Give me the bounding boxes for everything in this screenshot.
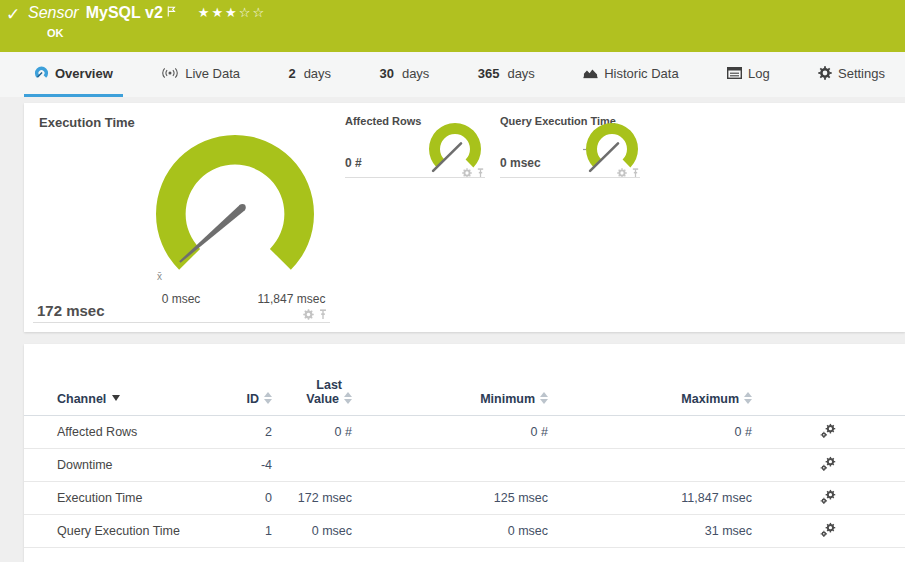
priority-stars[interactable]: ★★★☆☆: [198, 5, 266, 20]
column-header-minimum[interactable]: Minimum: [352, 344, 548, 416]
channel-maximum: 0 #: [548, 416, 752, 449]
primary-gauge-value: 172 msec: [37, 302, 105, 319]
table-row: Query Execution Time 1 0 msec 0 msec 31 …: [24, 515, 905, 548]
panel-divider: [33, 322, 330, 323]
column-label: Value: [306, 392, 339, 406]
pin-icon[interactable]: [476, 164, 485, 182]
gauge-settings-gear-icon[interactable]: [462, 164, 472, 182]
sensor-header: ✓ Sensor MySQL v2 ★★★☆☆ OK: [0, 0, 905, 52]
panel-divider: [345, 177, 485, 178]
affected-rows-gauge-value: 0 #: [345, 156, 362, 170]
channel-minimum: 0 #: [352, 416, 548, 449]
log-icon: [727, 67, 742, 79]
panel-divider: [500, 177, 640, 178]
tab-label: Settings: [838, 66, 885, 81]
column-label: ID: [247, 392, 260, 406]
channel-id: 1: [242, 515, 272, 548]
tab-settings[interactable]: Settings: [808, 52, 895, 97]
tab-historic-data[interactable]: Historic Data: [573, 52, 688, 97]
column-label: Maximum: [681, 392, 739, 406]
channel-id: -4: [242, 449, 272, 482]
column-label: Last: [316, 378, 342, 392]
channel-last-value: 0 msec: [272, 515, 352, 548]
column-header-id[interactable]: ID: [242, 344, 272, 416]
tab-number: 2: [288, 66, 295, 81]
tab-label: days: [507, 66, 534, 81]
channel-settings-button[interactable]: [752, 482, 905, 515]
channel-maximum: 31 msec: [548, 515, 752, 548]
tab-bar: Overview Live Data 2 days 30 days 365 da…: [0, 52, 905, 97]
pin-icon[interactable]: [631, 164, 640, 182]
channel-table: Channel ID Last Value Minimum Maximum: [24, 344, 905, 548]
column-header-last-value[interactable]: Last Value: [272, 344, 352, 416]
tab-2-days[interactable]: 2 days: [278, 52, 341, 97]
tab-label: Overview: [55, 66, 113, 81]
column-header-maximum[interactable]: Maximum: [548, 344, 752, 416]
column-header-actions: [752, 344, 905, 416]
tab-number: 30: [379, 66, 393, 81]
channel-id: 2: [242, 416, 272, 449]
tab-label: days: [402, 66, 429, 81]
query-execution-time-gauge-value: 0 msec: [500, 156, 541, 170]
channel-last-value: 0 #: [272, 416, 352, 449]
object-kind-label: Sensor: [28, 4, 79, 22]
channel-settings-button[interactable]: [752, 416, 905, 449]
tab-30-days[interactable]: 30 days: [369, 52, 439, 97]
status-check-icon: ✓: [6, 4, 20, 25]
channel-settings-button[interactable]: [752, 449, 905, 482]
gauge-max-label: 11,847 msec: [244, 292, 339, 306]
execution-time-gauge: [151, 133, 319, 291]
column-label: Channel: [57, 392, 106, 406]
tab-log[interactable]: Log: [717, 52, 780, 97]
tab-number: 365: [478, 66, 500, 81]
table-row: Execution Time 0 172 msec 125 msec 11,84…: [24, 482, 905, 515]
channel-minimum: [352, 449, 548, 482]
channel-minimum: 0 msec: [352, 515, 548, 548]
sort-icon: [540, 392, 548, 404]
gauge-icon: [34, 66, 49, 81]
tab-overview[interactable]: Overview: [24, 52, 123, 97]
channel-id: 0: [242, 482, 272, 515]
channel-maximum: 11,847 msec: [548, 482, 752, 515]
tab-live-data[interactable]: Live Data: [151, 52, 250, 97]
channel-name: Query Execution Time: [24, 515, 242, 548]
channel-settings-button[interactable]: [752, 515, 905, 548]
sort-icon: [264, 392, 272, 404]
channel-last-value: [272, 449, 352, 482]
channel-name: Execution Time: [24, 482, 242, 515]
column-header-channel[interactable]: Channel: [24, 344, 242, 416]
primary-gauge-title: Execution Time: [39, 115, 135, 130]
channel-minimum: 125 msec: [352, 482, 548, 515]
gauge-min-label: 0 msec: [146, 292, 216, 306]
channel-name: Downtime: [24, 449, 242, 482]
gauges-panel: Execution Time x̄ 0 msec 11,847 msec 172…: [24, 103, 905, 332]
table-row: Affected Rows 2 0 # 0 # 0 #: [24, 416, 905, 449]
column-label: Minimum: [480, 392, 535, 406]
channel-table-panel: Channel ID Last Value Minimum Maximum: [24, 344, 905, 562]
status-badge: OK: [47, 27, 64, 39]
channel-name: Affected Rows: [24, 416, 242, 449]
sort-desc-icon: [112, 395, 120, 401]
tab-label: Historic Data: [604, 66, 678, 81]
affected-rows-gauge-title: Affected Rows: [345, 115, 421, 127]
tab-365-days[interactable]: 365 days: [468, 52, 545, 97]
gauge-settings-gear-icon[interactable]: [617, 164, 627, 182]
gear-icon: [818, 66, 832, 80]
channel-maximum: [548, 449, 752, 482]
tab-label: Log: [748, 66, 770, 81]
mean-marker: x̄: [157, 271, 162, 282]
sort-icon: [744, 392, 752, 404]
flag-icon[interactable]: [167, 3, 176, 21]
sort-icon: [344, 392, 352, 404]
table-row: Downtime -4: [24, 449, 905, 482]
channel-last-value: 172 msec: [272, 482, 352, 515]
tab-label: days: [304, 66, 331, 81]
sensor-name: MySQL v2: [86, 4, 163, 22]
area-chart-icon: [583, 67, 598, 79]
tab-label: Live Data: [185, 66, 240, 81]
live-data-icon: [161, 67, 179, 79]
